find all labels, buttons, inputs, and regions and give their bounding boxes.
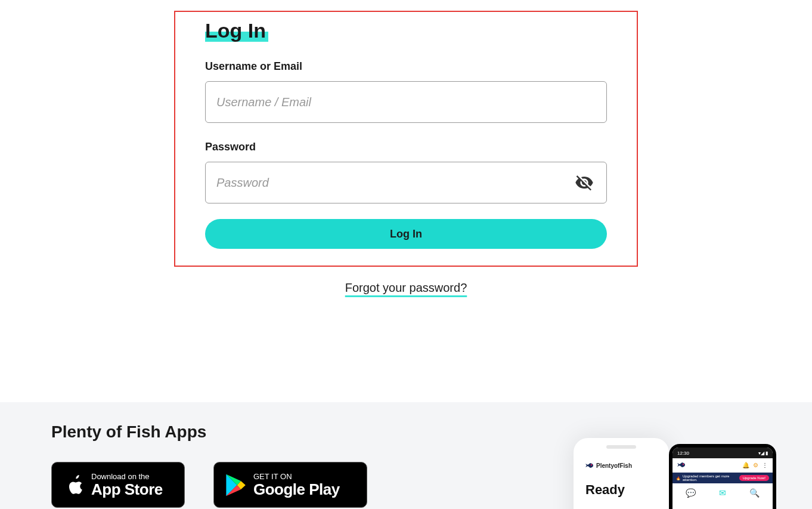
fish-icon [585,461,594,470]
google-play-text: GET IT ON Google Play [253,473,340,498]
login-title: Log In [205,19,268,42]
app-store-large-text: App Store [91,481,163,498]
gear-icon: ⚙ [753,462,758,468]
apps-section: Plenty of Fish Apps Download on the App … [0,402,812,509]
toggle-password-visibility-icon[interactable] [575,173,594,192]
app-store-text: Download on the App Store [91,473,163,498]
upgrade-banner: 🔥 Upgraded members get more attention. U… [672,473,773,483]
svg-point-0 [591,464,592,465]
phone-mockup-android: 12:30 ▾◢ ▮ 🔔 ⚙ ⋮ 🔥 Upgraded members get [669,444,776,509]
forgot-password-container: Forgot your password? [0,281,812,295]
phone-notch [606,445,636,449]
username-field-group: Username or Email [205,60,607,123]
upgrade-text: Upgraded members get more attention. [683,474,737,482]
status-time: 12:30 [677,451,689,456]
pof-brand-text: PlentyofFish [596,462,632,469]
flame-icon: 🔥 [676,476,680,480]
username-label: Username or Email [205,60,607,73]
bottom-nav: 💬 ✉ 🔍 [672,483,773,502]
password-label: Password [205,141,607,153]
phone-mockup-ios: PlentyofFish Ready [574,438,669,509]
google-play-icon [225,472,247,498]
status-icons: ▾◢ ▮ [758,451,768,456]
apple-icon [63,472,85,498]
pof-logo: PlentyofFish [585,461,663,470]
upgrade-button: Upgrade Now! [739,475,769,481]
app-header: 🔔 ⚙ ⋮ [672,458,773,473]
app-store-small-text: Download on the [91,473,163,481]
password-wrapper [205,162,607,203]
phone-mockups: PlentyofFish Ready 12:30 ▾◢ ▮ 🔔 ⚙ ⋮ [574,426,776,509]
login-box: Log In Username or Email Password Log In [174,11,638,267]
android-status-bar: 12:30 ▾◢ ▮ [672,448,773,458]
phone-headline: Ready [585,482,663,498]
google-play-small-text: GET IT ON [253,473,340,481]
more-icon: ⋮ [762,462,768,468]
password-input[interactable] [205,162,607,203]
android-screen: 12:30 ▾◢ ▮ 🔔 ⚙ ⋮ 🔥 Upgraded members get [672,448,773,509]
app-store-badge[interactable]: Download on the App Store [51,462,185,508]
search-icon: 🔍 [748,487,760,499]
google-play-large-text: Google Play [253,481,340,498]
mail-icon: ✉ [717,487,729,499]
password-field-group: Password [205,141,607,203]
svg-point-1 [683,463,684,464]
chat-icon: 💬 [685,487,697,499]
login-button[interactable]: Log In [205,219,607,249]
forgot-password-link[interactable]: Forgot your password? [345,281,467,294]
bell-icon: 🔔 [742,462,749,468]
fish-icon [677,461,686,470]
header-icons: 🔔 ⚙ ⋮ [742,462,768,468]
google-play-badge[interactable]: GET IT ON Google Play [213,462,367,508]
username-input[interactable] [205,81,607,123]
